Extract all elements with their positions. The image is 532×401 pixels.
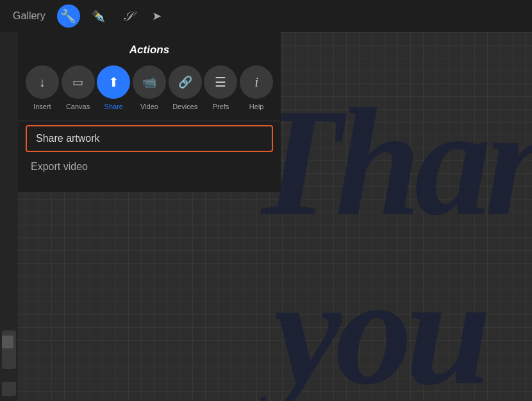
action-share[interactable]: ⬆ Share — [96, 65, 131, 110]
devices-label: Devices — [172, 103, 197, 110]
share-label: Share — [104, 103, 123, 110]
smudge-icon: 𝒮 — [123, 9, 132, 24]
video-icon-circle: 📹 — [133, 65, 166, 99]
action-help[interactable]: i Help — [238, 65, 274, 110]
prefs-icon: ☰ — [215, 74, 226, 90]
insert-label: Insert — [33, 103, 51, 110]
smudge-tool-button[interactable]: 𝒮 — [116, 4, 139, 28]
help-label: Help — [249, 103, 264, 110]
top-toolbar: Gallery 🔧 ✒️ 𝒮 ➤ — [0, 0, 532, 32]
devices-icon-circle: 🔗 — [169, 65, 202, 99]
share-artwork-item[interactable]: Share artwork — [26, 125, 273, 152]
eyedropper-icon: ✒️ — [91, 9, 105, 23]
share-icon-circle: ⬆ — [97, 65, 130, 99]
export-video-label: Export video — [31, 161, 88, 173]
canvas-icon-circle: ▭ — [62, 65, 95, 99]
actions-tool-button[interactable]: 🔧 — [57, 4, 80, 28]
eyedropper-tool-button[interactable]: ✒️ — [87, 4, 110, 28]
arrow-icon: ➤ — [152, 9, 162, 23]
share-icon: ⬆ — [108, 74, 119, 90]
bg-text-line2: you — [273, 246, 485, 401]
video-icon: 📹 — [142, 75, 156, 89]
action-insert[interactable]: ↓ Insert — [24, 65, 60, 110]
left-panel — [0, 32, 18, 401]
scroll-handle[interactable] — [2, 330, 16, 369]
actions-icons-row: ↓ Insert ▭ Canvas ⬆ Share 📹 Video — [18, 65, 281, 117]
bg-text-line1: Than — [247, 76, 532, 247]
devices-icon: 🔗 — [178, 75, 192, 89]
prefs-icon-circle: ☰ — [204, 65, 237, 99]
insert-icon: ↓ — [39, 75, 46, 90]
actions-panel: Actions ↓ Insert ▭ Canvas ⬆ Share 📹 — [18, 32, 281, 192]
action-video[interactable]: 📹 Video — [131, 65, 167, 110]
export-video-item[interactable]: Export video — [18, 155, 281, 179]
insert-icon-circle: ↓ — [26, 65, 59, 99]
help-icon: i — [254, 75, 258, 90]
action-canvas[interactable]: ▭ Canvas — [60, 65, 96, 110]
canvas-icon: ▭ — [72, 75, 83, 89]
action-prefs[interactable]: ☰ Prefs — [203, 65, 239, 110]
gallery-button[interactable]: Gallery — [8, 8, 51, 24]
left-panel-bottom-button[interactable] — [2, 382, 16, 396]
scroll-thumb — [2, 336, 13, 348]
video-label: Video — [140, 103, 158, 110]
actions-title: Actions — [18, 32, 281, 65]
help-icon-circle: i — [240, 65, 273, 99]
prefs-label: Prefs — [213, 103, 229, 110]
divider-line — [18, 121, 281, 121]
share-artwork-label: Share artwork — [36, 133, 100, 144]
transform-tool-button[interactable]: ➤ — [145, 4, 169, 28]
wrench-icon: 🔧 — [60, 8, 76, 24]
action-devices[interactable]: 🔗 Devices — [167, 65, 203, 110]
canvas-label: Canvas — [66, 103, 90, 110]
